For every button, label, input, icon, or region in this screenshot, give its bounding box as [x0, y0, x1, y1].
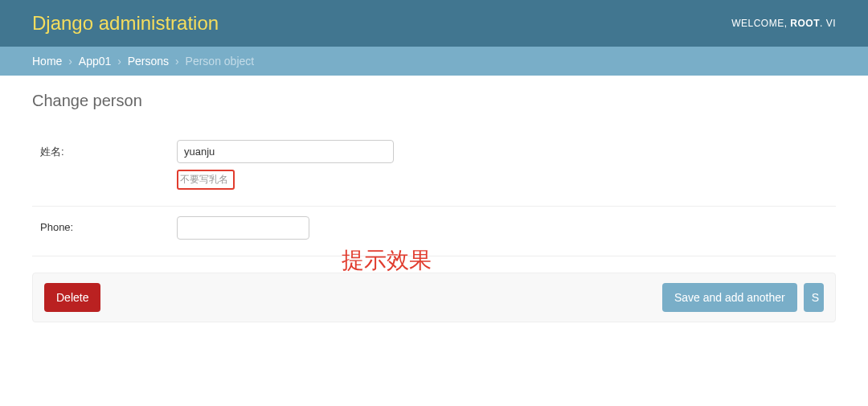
breadcrumb: Home › App01 › Persons › Person object — [0, 47, 868, 76]
form-row-name: 姓名: 不要写乳名 — [32, 130, 836, 207]
save-and-add-another-button[interactable]: Save and add another — [662, 283, 797, 312]
phone-input[interactable] — [177, 216, 309, 240]
breadcrumb-sep: › — [117, 55, 121, 68]
user-after: . VI — [820, 18, 836, 29]
name-label: 姓名: — [40, 140, 177, 159]
user-tools: WELCOME, ROOT. VI — [731, 18, 836, 29]
header: Django administration WELCOME, ROOT. VI — [0, 0, 868, 47]
breadcrumb-home[interactable]: Home — [32, 55, 62, 68]
phone-label: Phone: — [40, 216, 177, 233]
breadcrumb-sep: › — [68, 55, 72, 68]
breadcrumb-sep: › — [175, 55, 179, 68]
username: ROOT — [790, 18, 820, 29]
name-input[interactable] — [177, 140, 394, 163]
delete-button[interactable]: Delete — [44, 283, 100, 312]
breadcrumb-current: Person object — [186, 55, 255, 68]
page-title: Change person — [32, 92, 836, 110]
save-continue-button-partial[interactable]: S — [804, 283, 824, 312]
welcome-text: WELCOME, — [731, 18, 790, 29]
form-row-phone: Phone: — [32, 207, 836, 256]
name-help-text: 不要写乳名 — [177, 170, 235, 190]
branding-title: Django administration — [32, 12, 219, 35]
breadcrumb-model[interactable]: Persons — [128, 55, 169, 68]
breadcrumb-app[interactable]: App01 — [79, 55, 111, 68]
submit-row: Delete Save and add another S — [32, 273, 836, 322]
